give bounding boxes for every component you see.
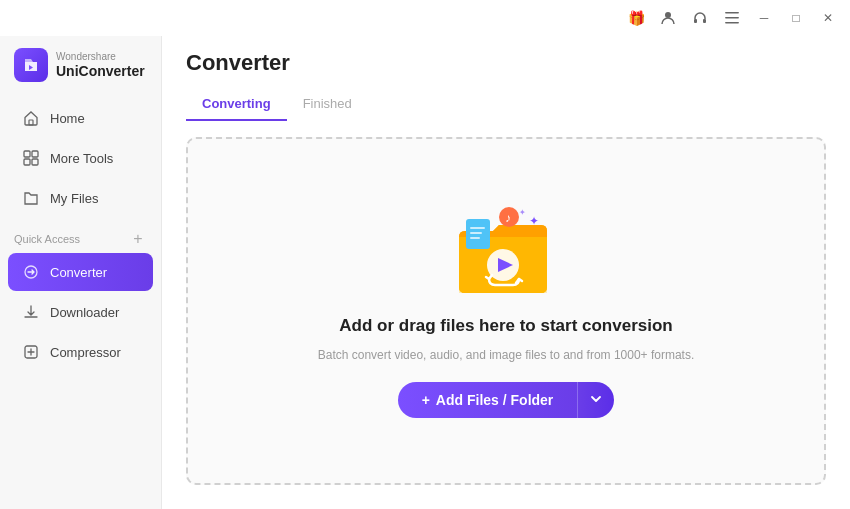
drop-zone-subtitle: Batch convert video, audio, and image fi… — [318, 348, 695, 362]
tab-finished[interactable]: Finished — [287, 88, 368, 121]
svg-rect-10 — [32, 159, 38, 165]
window-controls: 🎁 ─ □ ✕ — [622, 4, 842, 32]
compressor-icon — [22, 343, 40, 361]
tab-converting[interactable]: Converting — [186, 88, 287, 121]
sidebar-item-downloader[interactable]: Downloader — [8, 293, 153, 331]
sidebar-item-converter[interactable]: Converter — [8, 253, 153, 291]
sidebar-item-downloader-label: Downloader — [50, 305, 119, 320]
home-icon — [22, 109, 40, 127]
svg-rect-6 — [29, 120, 33, 125]
my-files-icon — [22, 189, 40, 207]
content-area: ♪ ✦ ✦ Add or drag files here to start co… — [162, 121, 850, 509]
menu-icon[interactable] — [718, 4, 746, 32]
tabs: Converting Finished — [186, 88, 826, 121]
minimize-icon[interactable]: ─ — [750, 4, 778, 32]
add-plus-icon: + — [422, 392, 430, 408]
user-icon[interactable] — [654, 4, 682, 32]
quick-access-add-button[interactable]: + — [129, 230, 147, 248]
headphone-icon[interactable] — [686, 4, 714, 32]
svg-text:✦: ✦ — [529, 214, 539, 228]
titlebar: 🎁 ─ □ ✕ — [0, 0, 850, 36]
svg-rect-8 — [32, 151, 38, 157]
more-tools-icon — [22, 149, 40, 167]
downloader-icon — [22, 303, 40, 321]
svg-point-0 — [665, 12, 671, 18]
sidebar-item-compressor-label: Compressor — [50, 345, 121, 360]
svg-rect-17 — [470, 237, 480, 239]
sidebar-item-home-label: Home — [50, 111, 85, 126]
add-files-button-container: + Add Files / Folder — [398, 382, 615, 418]
add-files-dropdown-button[interactable] — [577, 382, 614, 418]
svg-rect-15 — [470, 227, 485, 229]
logo-text: Wondershare UniConverter — [56, 51, 145, 80]
sidebar-item-my-files[interactable]: My Files — [8, 179, 153, 217]
page-title: Converter — [186, 50, 826, 76]
logo-area: Wondershare UniConverter — [0, 36, 161, 98]
svg-rect-9 — [24, 159, 30, 165]
main-content: Converter Converting Finished — [162, 0, 850, 509]
sidebar-item-home[interactable]: Home — [8, 99, 153, 137]
converter-icon — [22, 263, 40, 281]
logo-brand: Wondershare — [56, 51, 145, 63]
drop-zone[interactable]: ♪ ✦ ✦ Add or drag files here to start co… — [186, 137, 826, 485]
svg-rect-4 — [725, 17, 739, 19]
svg-text:✦: ✦ — [519, 208, 526, 217]
page-header: Converter Converting Finished — [162, 36, 850, 121]
svg-rect-3 — [725, 12, 739, 14]
drop-zone-title: Add or drag files here to start conversi… — [339, 316, 672, 336]
quick-access-section: Quick Access + — [0, 218, 161, 252]
svg-rect-7 — [24, 151, 30, 157]
svg-text:♪: ♪ — [505, 211, 511, 225]
close-icon[interactable]: ✕ — [814, 4, 842, 32]
folder-illustration: ♪ ✦ ✦ — [446, 204, 566, 304]
gift-icon[interactable]: 🎁 — [622, 4, 650, 32]
add-files-label: Add Files / Folder — [436, 392, 553, 408]
svg-rect-16 — [470, 232, 482, 234]
svg-rect-2 — [703, 19, 706, 23]
add-files-button[interactable]: + Add Files / Folder — [398, 382, 578, 418]
svg-rect-5 — [725, 22, 739, 24]
logo-name: UniConverter — [56, 63, 145, 80]
app-logo-icon — [14, 48, 48, 82]
sidebar-item-compressor[interactable]: Compressor — [8, 333, 153, 371]
svg-rect-1 — [694, 19, 697, 23]
maximize-icon[interactable]: □ — [782, 4, 810, 32]
sidebar-item-converter-label: Converter — [50, 265, 107, 280]
quick-access-label: Quick Access — [14, 233, 80, 245]
sidebar-item-my-files-label: My Files — [50, 191, 98, 206]
sidebar-item-more-tools[interactable]: More Tools — [8, 139, 153, 177]
sidebar: Wondershare UniConverter Home More Tools — [0, 0, 162, 509]
sidebar-item-more-tools-label: More Tools — [50, 151, 113, 166]
